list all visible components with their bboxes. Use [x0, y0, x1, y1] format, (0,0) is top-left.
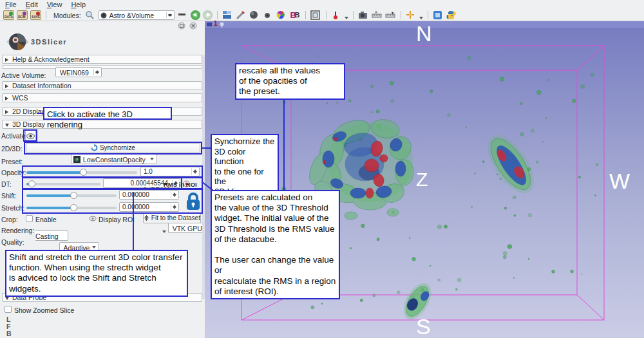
- display-roi-label[interactable]: Display ROI: [99, 216, 135, 223]
- fonts-icon[interactable]: BB: [290, 10, 301, 20]
- pin-icon[interactable]: [219, 22, 225, 28]
- dt-slider-handle[interactable]: [28, 180, 35, 187]
- synchronize-button[interactable]: Synchornize: [26, 143, 200, 153]
- opacity-value: 1.0: [144, 168, 153, 175]
- module-selector[interactable]: Astro &Volume: [99, 10, 175, 20]
- crosshair-caret-icon[interactable]: [419, 17, 423, 19]
- active-volume-spin[interactable]: [93, 69, 99, 75]
- shift-slider-handle[interactable]: [70, 192, 77, 199]
- collapse-arrow-icon: [5, 58, 8, 62]
- preset-selector[interactable]: LowConstantOpacity: [71, 154, 157, 164]
- toolbar-separator: [326, 11, 327, 19]
- markup-icon[interactable]: [236, 10, 247, 20]
- orientation-z: Z: [416, 169, 428, 191]
- python-console-icon[interactable]: [446, 10, 457, 20]
- stretch-spinbox[interactable]: 0.000000: [119, 202, 179, 212]
- view-collapse-icon[interactable]: [207, 23, 212, 26]
- stretch-spin-arrows[interactable]: [171, 203, 177, 211]
- shift-label: Shift:: [1, 192, 17, 200]
- menu-file[interactable]: File: [5, 1, 17, 10]
- volume-rendering-icon[interactable]: [249, 10, 260, 20]
- active-volume-selector[interactable]: WEIN069: [55, 67, 102, 77]
- rms-in-roi-label[interactable]: RMS in ROI: [164, 181, 197, 188]
- forward-arrow-icon[interactable]: [203, 10, 213, 20]
- show-zoomed-slice-checkbox[interactable]: [5, 306, 12, 313]
- ruler-a-icon[interactable]: A: [372, 10, 383, 20]
- ruler-b-icon[interactable]: [385, 10, 396, 20]
- layout-icon[interactable]: [222, 10, 233, 20]
- shift-spinbox[interactable]: 0.000000: [119, 190, 179, 200]
- sync-label: 2D/3D:: [1, 145, 23, 153]
- menu-bar: File Edit View Help: [0, 0, 644, 10]
- lock-icon[interactable]: [185, 192, 201, 211]
- dt-value: 0.000445544: [131, 180, 168, 187]
- eye-icon: [26, 132, 35, 140]
- display-roi-icon[interactable]: [89, 215, 97, 222]
- rendering-label: Rendering:: [1, 227, 34, 234]
- chevron-down-icon: [150, 158, 154, 160]
- modules-label: Modules:: [53, 12, 81, 19]
- toolbar-separator: [428, 11, 428, 19]
- fit-crosshair-icon: [144, 215, 149, 221]
- sync-arrows-icon: [91, 144, 98, 151]
- extensions-icon[interactable]: [433, 10, 444, 20]
- stretch-slider-handle[interactable]: [70, 204, 77, 211]
- dt-slider[interactable]: [26, 183, 100, 185]
- shift-spin-arrows[interactable]: [171, 191, 177, 198]
- shift-slider[interactable]: [26, 194, 117, 197]
- collapse-arrow-icon: [5, 97, 8, 100]
- active-volume-value: WEIN069: [60, 69, 89, 77]
- capture-icon[interactable]: [358, 10, 369, 20]
- save-label: SAVE: [32, 15, 40, 19]
- module-search-icon[interactable]: [85, 10, 96, 20]
- colors-pinwheel-icon[interactable]: [276, 10, 287, 20]
- annotation-shift-stretch: Shift and stretch the current 3D color t…: [5, 250, 188, 297]
- load-data-icon[interactable]: DATA: [3, 10, 14, 20]
- toolbar-separator: [353, 11, 354, 19]
- annotation-rescale: rescale all the values of the opacities …: [235, 63, 345, 100]
- module-history-icon[interactable]: [177, 10, 188, 20]
- dicom-icon[interactable]: DCM: [17, 10, 28, 20]
- opacity-slider-handle[interactable]: [80, 169, 87, 176]
- segment-icon[interactable]: [263, 10, 274, 20]
- toolbar-separator: [217, 11, 218, 19]
- right-galaxy-blob: [478, 127, 543, 201]
- mouse-mode-icon[interactable]: [331, 10, 342, 20]
- module-icon: [100, 12, 107, 19]
- expand-arrow-icon: [5, 124, 9, 127]
- connector-rescale: [283, 100, 285, 191]
- mouse-mode-caret-icon[interactable]: [345, 17, 348, 19]
- section-help[interactable]: Help & Acknowledgement: [2, 55, 202, 64]
- section-wcs[interactable]: WCS: [2, 93, 202, 102]
- show-zoomed-slice-label: Show Zoomed Slice: [14, 306, 74, 314]
- fit-to-dataset-button[interactable]: Fit to the Dataset: [143, 213, 201, 223]
- module-selector-value: Astro &Volume: [109, 12, 154, 19]
- panel-undock-close-icons[interactable]: [178, 22, 200, 30]
- crop-enable-label: Enable: [35, 216, 57, 223]
- opacity-spinbox[interactable]: 1.0: [140, 167, 200, 176]
- chevron-down-icon: [162, 230, 166, 233]
- screenshot-icon[interactable]: [310, 10, 321, 20]
- quality-label: Quality:: [1, 238, 24, 246]
- save-icon[interactable]: SAVE: [30, 10, 41, 20]
- opacity-slider[interactable]: [26, 171, 137, 174]
- rendering-selector[interactable]: VTK GPU Ray Casting: [35, 223, 216, 241]
- module-selector-spin[interactable]: [166, 12, 172, 18]
- back-arrow-icon[interactable]: [191, 10, 200, 20]
- probe-row-b: B: [6, 330, 12, 337]
- section-3d-display[interactable]: 3D Display: [2, 120, 202, 129]
- connector-shift-stretch: [133, 192, 134, 250]
- slicer-logo-icon: [5, 29, 30, 55]
- menu-edit[interactable]: Edit: [26, 1, 38, 10]
- preset-thumbnail-icon: [73, 156, 80, 163]
- stretch-slider[interactable]: [26, 207, 117, 209]
- load-data-label: DATA: [5, 15, 13, 19]
- crop-enable-checkbox[interactable]: [26, 215, 33, 222]
- activate-3d-button[interactable]: [25, 130, 36, 141]
- rendering-value: VTK GPU Ray Casting: [35, 225, 216, 240]
- menu-help[interactable]: Help: [71, 1, 86, 10]
- section-dataset-information[interactable]: Dataset Information: [2, 81, 202, 90]
- opacity-spin-arrows[interactable]: [191, 168, 198, 175]
- menu-view[interactable]: View: [47, 1, 62, 10]
- crosshair-icon[interactable]: [406, 10, 417, 20]
